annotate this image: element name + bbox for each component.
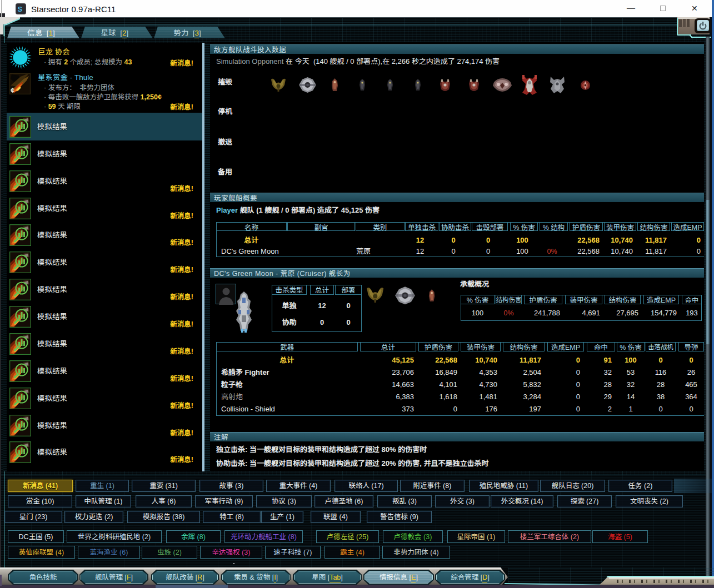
svg-text:¢: ¢ — [11, 86, 14, 94]
